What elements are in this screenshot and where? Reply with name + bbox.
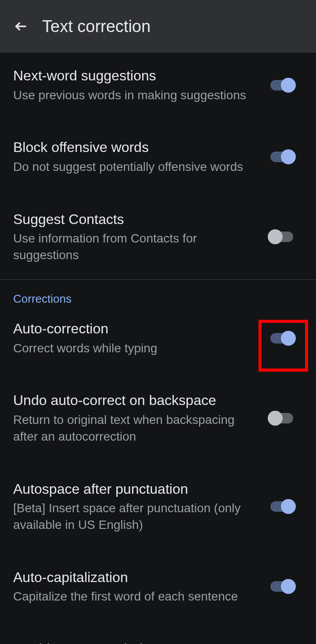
- setting-double-space-period[interactable]: Double-space period: [0, 630, 316, 644]
- setting-undo-auto-correct[interactable]: Undo auto-correct on backspace Return to…: [0, 381, 316, 455]
- setting-subtitle: Use previous words in making suggestions: [13, 87, 260, 104]
- page-title: Text correction: [42, 17, 151, 36]
- settings-screen: Text correction Next-word suggestions Us…: [0, 0, 316, 644]
- setting-title: Block offensive words: [13, 138, 260, 157]
- setting-next-word-suggestions[interactable]: Next-word suggestions Use previous words…: [0, 56, 316, 114]
- toggle-auto-correction[interactable]: [270, 329, 301, 347]
- setting-subtitle: Return to original text when backspacing…: [13, 412, 260, 445]
- setting-title: Undo auto-correct on backspace: [13, 391, 260, 410]
- arrow-left-icon: [14, 19, 29, 34]
- app-bar: Text correction: [0, 0, 316, 53]
- setting-title: Auto-correction: [13, 320, 260, 338]
- setting-subtitle: Use information from Contacts for sugges…: [13, 230, 260, 264]
- setting-autospace-punctuation[interactable]: Autospace after punctuation [Beta] Inser…: [0, 470, 316, 544]
- setting-title: Next-word suggestions: [13, 67, 260, 85]
- setting-auto-correction[interactable]: Auto-correction Correct words while typi…: [0, 309, 316, 367]
- toggle-autospace-punctuation[interactable]: [270, 498, 301, 515]
- setting-title: Autospace after punctuation: [13, 480, 260, 499]
- toggle-suggest-contacts[interactable]: [270, 228, 301, 246]
- setting-title: Double-space period: [13, 640, 292, 644]
- toggle-block-offensive-words[interactable]: [270, 148, 301, 166]
- setting-subtitle: Correct words while typing: [13, 340, 260, 357]
- setting-subtitle: [Beta] Insert space after punctuation (o…: [13, 500, 260, 533]
- settings-list: Next-word suggestions Use previous words…: [0, 53, 316, 644]
- setting-block-offensive-words[interactable]: Block offensive words Do not suggest pot…: [0, 128, 316, 185]
- setting-subtitle: Do not suggest potentially offensive wor…: [13, 159, 260, 175]
- section-header-corrections: Corrections: [0, 280, 316, 309]
- toggle-next-word-suggestions[interactable]: [270, 76, 301, 94]
- toggle-undo-auto-correct[interactable]: [270, 409, 301, 427]
- back-button[interactable]: [11, 16, 32, 37]
- setting-suggest-contacts[interactable]: Suggest Contacts Use information from Co…: [0, 200, 316, 274]
- setting-subtitle: Capitalize the first word of each senten…: [13, 588, 260, 605]
- toggle-auto-capitalization[interactable]: [270, 578, 301, 595]
- setting-title: Suggest Contacts: [13, 210, 260, 229]
- setting-auto-capitalization[interactable]: Auto-capitalization Capitalize the first…: [0, 558, 316, 615]
- setting-title: Auto-capitalization: [13, 568, 260, 587]
